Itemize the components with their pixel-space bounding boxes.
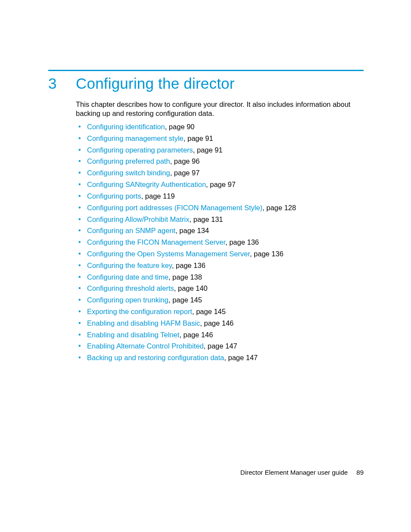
bullet-icon: •	[78, 180, 81, 189]
toc-link[interactable]: Configuring the feature key	[87, 261, 172, 269]
page-number: 89	[356, 469, 364, 476]
toc-link[interactable]: Configuring threshold alerts	[87, 284, 174, 292]
toc-item: •Exporting the configuration report, pag…	[76, 307, 364, 316]
bullet-icon: •	[78, 353, 81, 362]
toc-page: , page 147	[224, 354, 258, 361]
toc-page: , page 136	[172, 261, 206, 269]
bullet-icon: •	[78, 307, 81, 316]
bullet-icon: •	[78, 342, 81, 350]
toc-item: •Backing up and restoring configuration …	[76, 353, 364, 362]
toc-link[interactable]: Exporting the configuration report	[87, 308, 192, 315]
toc-page: , page 146	[179, 331, 213, 339]
toc-link[interactable]: Configuring port addresses (FICON Manage…	[87, 204, 262, 212]
toc-item: •Configuring management style, page 91	[76, 134, 364, 143]
chapter-intro: This chapter describes how to configure …	[76, 100, 364, 118]
toc-link[interactable]: Configuring management style	[87, 134, 184, 142]
toc-link[interactable]: Configuring switch binding	[87, 169, 170, 177]
toc-link[interactable]: Enabling and disabling HAFM Basic	[87, 319, 200, 327]
toc-page: , page 140	[174, 284, 208, 292]
toc-item: •Configuring the feature key, page 136	[76, 261, 364, 270]
chapter-title: Configuring the director	[76, 75, 235, 92]
bullet-icon: •	[78, 146, 81, 154]
toc-link[interactable]: Configuring Allow/Prohibit Matrix	[87, 215, 190, 223]
toc-item: •Configuring identification, page 90	[76, 122, 364, 131]
bullet-icon: •	[78, 330, 81, 339]
bullet-icon: •	[78, 157, 81, 165]
toc-page: , page 145	[168, 296, 202, 304]
bullet-icon: •	[78, 238, 81, 246]
toc-item: •Configuring SANtegrity Authentication, …	[76, 180, 364, 189]
toc-page: , page 97	[206, 180, 236, 188]
toc-link[interactable]: Configuring an SNMP agent	[87, 227, 175, 234]
toc-link[interactable]: Configuring ports	[87, 192, 141, 200]
toc-page: , page 136	[250, 250, 283, 258]
toc-item: •Configuring switch binding, page 97	[76, 168, 364, 177]
toc-item: •Configuring open trunking, page 145	[76, 296, 364, 305]
toc-page: , page 91	[193, 146, 223, 154]
toc-page: , page 138	[168, 273, 202, 281]
toc-item: •Configuring date and time, page 138	[76, 273, 364, 282]
toc-list: •Configuring identification, page 90 •Co…	[76, 122, 364, 365]
toc-item: •Configuring preferred path, page 96	[76, 157, 364, 166]
toc-link[interactable]: Configuring the FICON Management Server	[87, 238, 225, 246]
bullet-icon: •	[78, 273, 81, 281]
toc-page: , page 91	[184, 134, 213, 142]
bullet-icon: •	[78, 203, 81, 212]
toc-item: •Configuring ports, page 119	[76, 192, 364, 201]
page-footer: Director Element Manager user guide 89	[240, 469, 364, 476]
toc-item: •Enabling and disabling Telnet, page 146	[76, 330, 364, 339]
bullet-icon: •	[78, 192, 81, 200]
toc-item: •Configuring the Open Systems Management…	[76, 249, 364, 258]
toc-item: •Configuring threshold alerts, page 140	[76, 284, 364, 293]
toc-link[interactable]: Configuring date and time	[87, 273, 168, 281]
toc-item: •Enabling Alternate Control Prohibited, …	[76, 342, 364, 351]
toc-link[interactable]: Configuring preferred path	[87, 157, 170, 165]
toc-link[interactable]: Configuring the Open Systems Management …	[87, 250, 250, 258]
toc-link[interactable]: Enabling Alternate Control Prohibited	[87, 342, 204, 350]
toc-item: •Configuring port addresses (FICON Manag…	[76, 203, 364, 212]
toc-item: •Configuring Allow/Prohibit Matrix, page…	[76, 215, 364, 224]
bullet-icon: •	[78, 226, 81, 235]
toc-link[interactable]: Enabling and disabling Telnet	[87, 331, 179, 339]
toc-item: •Enabling and disabling HAFM Basic, page…	[76, 319, 364, 328]
chapter-rule	[48, 70, 364, 71]
toc-page: , page 146	[200, 319, 234, 327]
toc-link[interactable]: Configuring open trunking	[87, 296, 168, 304]
toc-link[interactable]: Configuring SANtegrity Authentication	[87, 180, 206, 188]
toc-link[interactable]: Configuring identification	[87, 123, 165, 131]
bullet-icon: •	[78, 134, 81, 143]
bullet-icon: •	[78, 296, 81, 304]
toc-page: , page 90	[165, 123, 195, 131]
toc-page: , page 145	[192, 308, 226, 315]
toc-link[interactable]: Backing up and restoring configuration d…	[87, 354, 224, 361]
toc-page: , page 131	[190, 215, 223, 223]
toc-item: •Configuring operating parameters, page …	[76, 146, 364, 155]
toc-page: , page 96	[170, 157, 200, 165]
toc-page: , page 147	[204, 342, 237, 350]
bullet-icon: •	[78, 319, 81, 327]
toc-page: , page 128	[262, 204, 296, 212]
toc-page: , page 119	[141, 192, 175, 200]
toc-page: , page 97	[170, 169, 200, 177]
footer-title: Director Element Manager user guide	[240, 469, 348, 476]
toc-page: , page 134	[175, 227, 209, 234]
chapter-number: 3	[48, 75, 56, 92]
bullet-icon: •	[78, 122, 81, 131]
bullet-icon: •	[78, 261, 81, 270]
bullet-icon: •	[78, 168, 81, 177]
bullet-icon: •	[78, 284, 81, 292]
toc-item: •Configuring an SNMP agent, page 134	[76, 226, 364, 235]
toc-item: •Configuring the FICON Management Server…	[76, 238, 364, 247]
bullet-icon: •	[78, 215, 81, 224]
toc-page: , page 136	[225, 238, 259, 246]
bullet-icon: •	[78, 249, 81, 258]
toc-link[interactable]: Configuring operating parameters	[87, 146, 193, 154]
